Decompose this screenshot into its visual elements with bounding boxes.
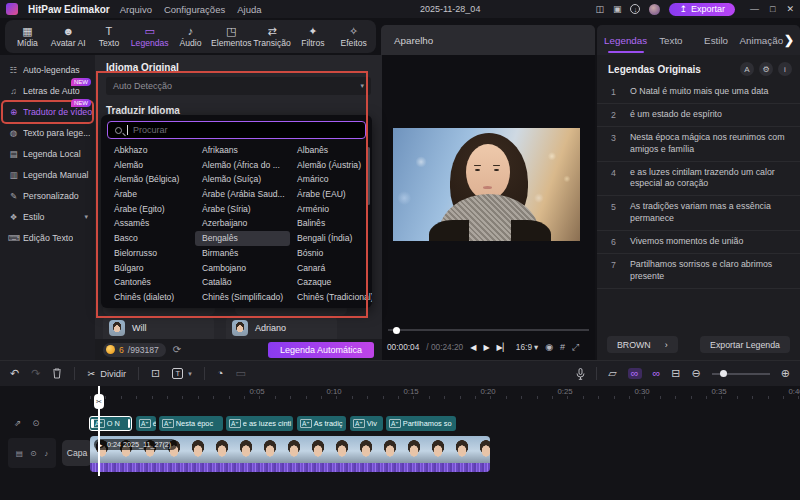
mute-icon[interactable]: ♪ <box>45 449 49 458</box>
menu-item[interactable]: Ajuda <box>237 4 261 15</box>
eye-icon[interactable]: ⊙ <box>31 449 37 458</box>
toolbar-item[interactable]: ♪ Áudio <box>170 26 211 48</box>
timeline-zoom-slider[interactable] <box>712 373 770 375</box>
play-button[interactable]: ▶ <box>483 343 489 352</box>
timeline-ruler[interactable]: 0:050:100:150:200:250:300:350:400:45 <box>90 389 800 399</box>
sidebar-item[interactable]: ▤ Legenda Local <box>3 144 92 164</box>
aspect-ratio-select[interactable]: 16:9 ▾ <box>516 342 538 352</box>
toolbar-item[interactable]: ⇄ Transição <box>252 26 293 48</box>
export-subtitle-button[interactable]: Exportar Legenda <box>700 336 790 353</box>
playhead[interactable]: ✂ <box>98 386 100 476</box>
language-option[interactable]: Bósnio <box>290 246 372 261</box>
grid-icon[interactable]: # <box>560 342 565 352</box>
user-avatar[interactable] <box>649 4 660 15</box>
language-option[interactable]: Búlgaro <box>107 261 195 276</box>
language-option[interactable]: Chinês (Tradicional) <box>290 290 372 305</box>
language-option[interactable]: Alemão (África do ... <box>195 158 290 173</box>
toolbar-item[interactable]: ☻ Avatar AI <box>48 26 89 48</box>
subtitle-clip[interactable]: A⁺ O N <box>89 416 132 431</box>
auto-subtitle-button[interactable]: Legenda Automática <box>268 342 374 358</box>
snapshot-icon[interactable]: ◉ <box>545 342 553 352</box>
subtitle-row[interactable]: 5 As tradições variam mas a essência per… <box>597 196 800 231</box>
language-option[interactable]: Canará <box>290 261 372 276</box>
language-option[interactable]: Árabe (EAU) <box>290 187 372 202</box>
subtitle-row[interactable]: 3 Nesta época mágica nos reunimos com am… <box>597 127 800 162</box>
language-option[interactable]: Albanês <box>290 143 372 158</box>
lock-icon[interactable]: ▤ <box>16 449 23 458</box>
sidebar-item[interactable]: ⌨ Edição Texto <box>3 228 92 248</box>
language-search-input[interactable]: Procurar <box>107 121 366 139</box>
trash-icon[interactable] <box>52 368 62 379</box>
group-clips-icon[interactable]: ⊟ <box>671 368 680 379</box>
preview-progress-bar[interactable] <box>388 329 589 331</box>
right-panel-tab[interactable]: Estilo <box>693 25 738 55</box>
bracket-tool-icon[interactable]: ▱ <box>608 368 616 379</box>
freeze-frame-icon[interactable]: ▭ <box>235 368 245 379</box>
subtitle-clip[interactable]: A⁺ As tradiç <box>297 416 346 431</box>
language-option[interactable]: Cambojano <box>195 261 290 276</box>
subtitle-clip[interactable]: A⁺ Nesta époc <box>159 416 223 431</box>
microphone-icon[interactable] <box>576 368 585 380</box>
language-option[interactable]: Arménio <box>290 202 372 217</box>
language-option[interactable]: Chinês (Simplificado) <box>195 290 290 305</box>
language-option[interactable]: Birmanês <box>195 246 290 261</box>
gear-icon[interactable]: ⚙ <box>759 62 773 76</box>
speaker-card[interactable]: Will <box>103 315 214 340</box>
eye-icon[interactable]: ⊙ <box>32 418 39 428</box>
language-option[interactable]: Árabe (Egito) <box>107 202 195 217</box>
subtitle-row[interactable]: 6 Vivemos momentos de união <box>597 231 800 254</box>
toolbar-item[interactable]: ◳ Elementos <box>211 26 252 48</box>
text-tool-button[interactable]: T ▾ <box>172 368 192 379</box>
language-option[interactable]: Bengali (Índia) <box>290 231 372 246</box>
original-language-select[interactable]: Auto Detecção ▾ <box>106 77 371 95</box>
track-expand-icon[interactable]: ⇗ <box>14 418 21 428</box>
language-option[interactable]: Amárico <box>290 172 372 187</box>
language-option[interactable]: Bielorrusso <box>107 246 195 261</box>
next-frame-button[interactable]: ▶▏ <box>497 343 509 352</box>
language-option[interactable]: Balinês <box>290 216 372 231</box>
prev-frame-button[interactable]: ◀ <box>470 343 476 352</box>
video-clip[interactable]: ▶ 0:24 2025_11_27(2) <box>90 436 490 472</box>
info-icon[interactable]: i <box>778 62 792 76</box>
zoom-in-icon[interactable]: ⊕ <box>781 368 790 379</box>
language-option[interactable]: Azerbaijano <box>195 216 290 231</box>
language-option[interactable]: Alemão (Áustria) <box>290 158 372 173</box>
menu-item[interactable]: Configurações <box>164 4 225 15</box>
sidebar-item[interactable]: ◍ Texto para lege... <box>3 123 92 143</box>
minimize-button[interactable]: — <box>750 4 759 14</box>
language-option[interactable]: Cazaque <box>290 275 372 290</box>
sidebar-item[interactable]: ☷ Auto-legendas <box>3 60 92 80</box>
right-panel-tab[interactable]: Legendas <box>603 25 648 55</box>
sidebar-item[interactable]: ⊕ Tradutor de vídeo NEW <box>3 102 92 122</box>
language-option[interactable]: Alemão <box>107 158 195 173</box>
magnet-snap-icon[interactable]: ∞ <box>628 368 642 379</box>
toolbar-item[interactable]: T Texto <box>89 26 130 48</box>
playhead-handle[interactable]: ✂ <box>94 394 104 409</box>
subtitle-clip[interactable]: A⁺ Partilhamos so <box>386 416 456 431</box>
language-option[interactable]: Abkhazo <box>107 143 195 158</box>
subtitle-row[interactable]: 4 e as luzes cintilam trazendo um calor … <box>597 162 800 197</box>
subtitle-clip[interactable]: A⁺ e as luzes cinti <box>226 416 293 431</box>
language-option[interactable]: Catalão <box>195 275 290 290</box>
language-option[interactable]: Afrikaans <box>195 143 290 158</box>
redo-icon[interactable]: ↷ <box>31 368 40 379</box>
export-button[interactable]: ↥ Exportar <box>669 3 735 16</box>
undo-icon[interactable]: ↶ <box>10 368 19 379</box>
dropdown-scrollbar[interactable] <box>367 147 370 205</box>
layout-icon[interactable]: ◫ <box>595 4 604 14</box>
right-panel-tab[interactable]: Animação <box>739 25 784 55</box>
language-option[interactable]: Árabe <box>107 187 195 202</box>
link-clips-icon[interactable]: ∞ <box>653 368 661 379</box>
mask-tool-icon[interactable]: ⊡ <box>151 368 160 379</box>
speaker-card[interactable]: Adriano <box>226 315 337 340</box>
toolbar-item[interactable]: ▦ Mídia <box>7 26 48 48</box>
feedback-icon[interactable]: ▣ <box>613 4 622 14</box>
close-button[interactable]: ✕ <box>786 4 794 14</box>
language-option[interactable]: Basco <box>107 231 195 246</box>
zoom-slider-knob[interactable] <box>720 370 727 377</box>
language-option[interactable]: Cantonês <box>107 275 195 290</box>
toolbar-item[interactable]: ✧ Efeitos <box>333 26 374 48</box>
maximize-button[interactable]: □ <box>770 4 775 14</box>
subtitle-clip[interactable]: A⁺ Viv <box>350 416 383 431</box>
language-option[interactable]: Alemão (Suíça) <box>195 172 290 187</box>
